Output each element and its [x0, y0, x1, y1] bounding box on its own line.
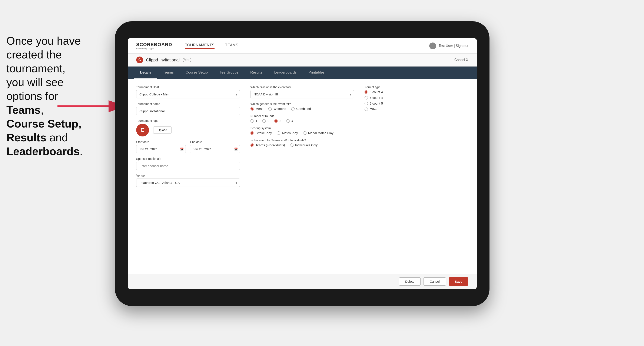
sponsor-group: Sponsor (optional) [136, 157, 240, 170]
nav-teams[interactable]: TEAMS [225, 43, 238, 49]
gender-combined-label: Combined [296, 107, 311, 111]
scoring-stroke[interactable]: Stroke Play [250, 131, 272, 135]
scoring-medal-match[interactable]: Medal Match Play [303, 131, 334, 135]
end-date-input[interactable] [190, 145, 240, 153]
rounds-4-radio[interactable] [286, 119, 290, 123]
format-5count4[interactable]: 5 count 4 [364, 90, 468, 94]
nav-tournaments[interactable]: TOURNAMENTS [185, 43, 214, 49]
name-input[interactable] [136, 107, 240, 115]
instruction-line3: tournament, [6, 62, 66, 75]
tab-teams[interactable]: Teams [157, 66, 180, 79]
instruction-line5: options for [6, 90, 58, 102]
scoring-medal-match-radio[interactable] [303, 131, 306, 135]
instruction-bold3: Results [6, 131, 46, 144]
scoring-stroke-radio[interactable] [250, 131, 254, 135]
scoring-group: Scoring system Stroke Play Match Play [250, 127, 354, 135]
form-footer: Delete Cancel Save [128, 274, 477, 289]
format-6count5-radio[interactable] [364, 102, 368, 105]
gender-mens-radio[interactable] [250, 107, 254, 111]
tournament-name-bar: C Clippd Invitational (Men) [136, 56, 192, 63]
individuals-only[interactable]: Individuals Only [290, 143, 318, 147]
teams-plus-individuals-radio[interactable] [250, 144, 254, 147]
tab-results[interactable]: Results [244, 66, 268, 79]
gender-womens-radio[interactable] [268, 107, 272, 111]
tournament-header: C Clippd Invitational (Men) Cancel X [128, 54, 477, 66]
format-6count4-radio[interactable] [364, 96, 368, 99]
form-middle-section: Which division is the event for? NCAA Di… [250, 85, 354, 187]
tab-printables[interactable]: Printables [303, 66, 331, 79]
rounds-2-label: 2 [268, 119, 269, 123]
format-6count4-label: 6 count 4 [370, 96, 383, 99]
gender-womens-label: Womens [274, 107, 286, 111]
gender-mens[interactable]: Mens [250, 107, 264, 111]
save-button[interactable]: Save [449, 277, 468, 286]
date-row: Start date End date [136, 140, 240, 153]
rounds-2-radio[interactable] [262, 119, 266, 123]
venue-label: Venue [136, 174, 240, 177]
gender-womens[interactable]: Womens [268, 107, 286, 111]
tab-tee-groups[interactable]: Tee Groups [214, 66, 244, 79]
rounds-3-radio[interactable] [274, 119, 278, 123]
instruction-line4: you will see [6, 76, 64, 88]
sponsor-input[interactable] [136, 162, 240, 170]
division-select[interactable]: NCAA Division III [250, 90, 354, 98]
logo-sub: Powered by clippd [136, 47, 172, 50]
tab-leaderboards[interactable]: Leaderboards [268, 66, 303, 79]
scoring-medal-match-label: Medal Match Play [308, 131, 334, 135]
rounds-1[interactable]: 1 [250, 119, 257, 123]
venue-select[interactable]: Peachtree GC - Atlanta - GA [136, 178, 240, 187]
rounds-2[interactable]: 2 [262, 119, 269, 123]
tab-details[interactable]: Details [134, 66, 157, 79]
teams-plus-individuals-label: Teams (+Individuals) [256, 143, 285, 147]
end-date-label: End date [190, 140, 240, 144]
cancel-tournament-btn[interactable]: Cancel X [454, 58, 468, 62]
nav-items: TOURNAMENTS TEAMS [185, 43, 429, 49]
rounds-3-label: 3 [280, 119, 281, 123]
division-group: Which division is the event for? NCAA Di… [250, 85, 354, 98]
format-5count4-radio[interactable] [364, 90, 368, 94]
scoring-stroke-label: Stroke Play [256, 131, 272, 135]
gender-combined-radio[interactable] [291, 107, 294, 111]
format-other[interactable]: Other [364, 107, 468, 111]
instruction-line1: Once you have [6, 35, 81, 47]
start-date-group: Start date [136, 140, 186, 153]
rounds-3[interactable]: 3 [274, 119, 281, 123]
teams-label: Is this event for Teams and/or Individua… [250, 139, 354, 142]
nav-right: Test User | Sign out [429, 42, 468, 49]
venue-group: Venue Peachtree GC - Atlanta - GA [136, 174, 240, 187]
start-date-label: Start date [136, 140, 186, 144]
user-avatar [429, 42, 436, 49]
instruction-line2: created the [6, 48, 62, 61]
tablet-screen: SCOREBOARD Powered by clippd TOURNAMENTS… [128, 38, 477, 289]
delete-button[interactable]: Delete [399, 277, 420, 286]
rounds-4[interactable]: 4 [286, 119, 293, 123]
scoring-match[interactable]: Match Play [277, 131, 298, 135]
start-date-input[interactable] [136, 145, 186, 153]
logo-text: SCOREBOARD [136, 42, 172, 47]
scoring-match-radio[interactable] [277, 131, 280, 135]
rounds-group: Number of rounds 1 2 [250, 114, 354, 123]
tournament-gender-tag: (Men) [182, 58, 192, 62]
host-select[interactable]: Clippd College - Men [136, 90, 240, 98]
form-left-section: Tournament Host Clippd College - Men Tou… [136, 85, 240, 187]
cancel-button[interactable]: Cancel [424, 277, 446, 286]
format-6count4[interactable]: 6 count 4 [364, 96, 468, 99]
individuals-only-radio[interactable] [290, 144, 294, 147]
tab-course-setup[interactable]: Course Setup [180, 66, 214, 79]
format-other-radio[interactable] [364, 108, 368, 111]
division-label: Which division is the event for? [250, 85, 354, 89]
upload-button[interactable]: Upload [153, 127, 172, 134]
gender-group: Which gender is the event for? Mens Wome… [250, 102, 354, 111]
teams-plus-individuals[interactable]: Teams (+Individuals) [250, 143, 285, 147]
rounds-1-radio[interactable] [250, 119, 254, 123]
logo-upload-area: C Upload [136, 124, 240, 137]
top-navigation: SCOREBOARD Powered by clippd TOURNAMENTS… [128, 38, 477, 54]
main-content: Tournament Host Clippd College - Men Tou… [128, 79, 477, 274]
format-6count5[interactable]: 6 count 5 [364, 102, 468, 105]
tab-bar: Details Teams Course Setup Tee Groups Re… [128, 66, 477, 79]
scoring-radio-group: Stroke Play Match Play Medal Match Play [250, 131, 354, 135]
user-info[interactable]: Test User | Sign out [439, 44, 468, 48]
format-6count5-label: 6 count 5 [370, 102, 383, 105]
logo-label: Tournament logo [136, 119, 240, 122]
gender-combined[interactable]: Combined [291, 107, 311, 111]
